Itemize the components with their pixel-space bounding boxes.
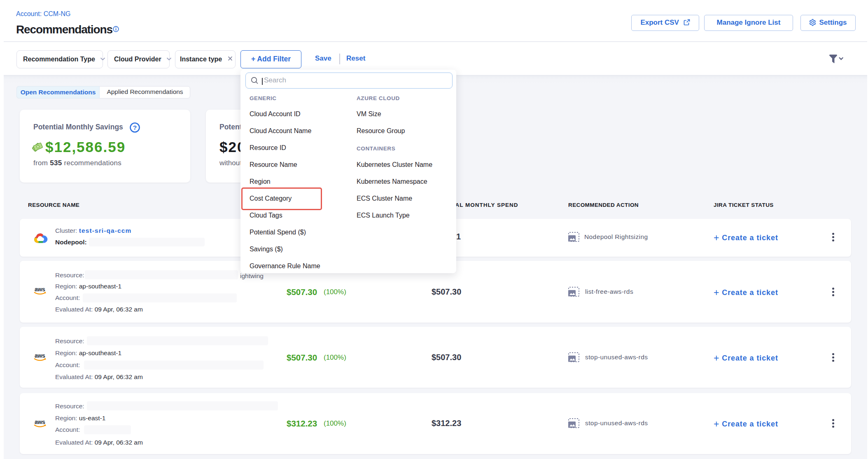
svg-text:aws: aws (35, 286, 45, 293)
svg-text:aws: aws (35, 352, 45, 359)
svg-text:aws: aws (35, 419, 45, 425)
svg-text:?: ? (133, 124, 137, 131)
